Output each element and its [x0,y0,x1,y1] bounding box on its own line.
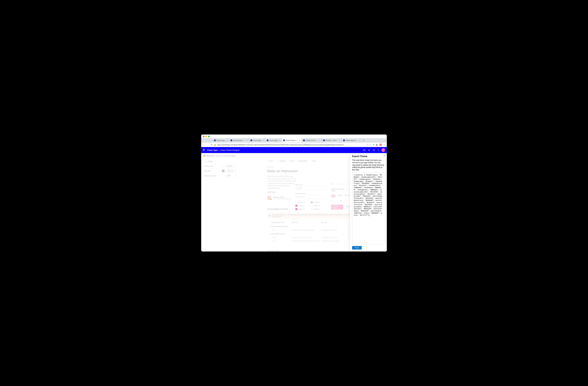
browser-tab[interactable]: Power Apps Review Tool -× [342,138,362,142]
bg-color-label: Background color [204,175,220,177]
select-dropdown[interactable]: Content⌄ [295,186,327,190]
text-swatch[interactable] [222,170,225,172]
user-avatar[interactable] [381,148,385,152]
browser-tab[interactable]: Creator Kit Control Referen× [302,138,322,142]
address-bar: ← → ⟳ 🔒 apps.powerapps.com/play/2f6b0e93… [201,142,387,147]
powerapps-icon [303,139,305,141]
radio-3[interactable]: Option 3 [311,208,320,210]
error-icon: ✕ [269,215,271,216]
close-icon[interactable]: ✕ [383,154,385,157]
close-icon[interactable]: × [263,139,264,141]
profile-avatar[interactable] [379,143,382,146]
primary-color-label: Primary color [204,165,220,167]
chevron-down-icon: ⌄ [267,233,270,235]
upload-button[interactable]: ↥Upload [278,160,285,162]
text-hex-input[interactable]: #323130 [226,169,236,173]
plus-icon: ＋ [267,160,269,162]
browser-tab[interactable]: Reviews - Power Apps× [322,138,342,142]
forward-icon[interactable]: → [207,143,210,146]
more-button[interactable]: ⋯More [310,160,316,162]
radio-1[interactable]: Option 1 [311,201,320,203]
browser-tab[interactable]: Power Apps× [213,138,229,142]
tab-label: Power Apps Review Tool - [346,139,358,141]
tab-list-button[interactable]: ⌄ [382,139,387,141]
download-icon[interactable] [368,149,370,151]
primary-swatch[interactable] [222,165,225,168]
bg-swatch[interactable] [222,174,225,177]
settings-icon[interactable] [373,149,375,151]
browser-tab[interactable]: Code Review Tool Experim× [229,138,249,142]
star-icon[interactable]: ☆ [370,144,372,146]
extensions-icon[interactable]: ✦ [373,144,375,146]
close-icon[interactable]: × [319,139,320,141]
reload-icon[interactable]: ⟳ [211,144,212,146]
primary-hex-input[interactable]: #f00e4a [226,164,236,168]
chrome-menu-icon[interactable]: ⋮ [383,144,385,146]
lock-icon[interactable]: 🔒 [214,144,216,146]
browser-tab-active[interactable]: Fluent Theme Designer - P× [282,138,302,142]
table-header: Contrast ratio: AA Color pair Slot pair [267,220,357,224]
help-icon[interactable]: ? [378,149,379,151]
new-tab-button[interactable]: + [362,139,366,142]
app-title: Power Apps | Fluent Theme Designer [207,149,240,151]
close-button[interactable]: Close [352,246,362,250]
slider[interactable] [331,184,350,184]
export-theme-panel: ✕ Export Theme This code block creates t… [350,153,387,251]
checkbox-3[interactable]: ✓Option 3 [295,208,305,210]
tab-home[interactable]: Home [331,194,335,197]
text-input[interactable]: Placeholder [295,195,327,199]
window-close-dot[interactable] [203,136,205,137]
tab-pages[interactable]: Pages [338,194,342,197]
powerapps-icon [283,139,285,141]
svg-point-1 [374,150,374,150]
powerapps-icon [266,139,269,141]
avatar: CE [267,196,272,200]
browser-tab[interactable]: Power Apps× [265,138,282,142]
window-max-dot[interactable] [208,136,210,137]
close-icon[interactable]: × [299,139,300,141]
upload-icon: ↥ [278,160,279,162]
fullscreen-icon[interactable] [363,149,365,151]
panel-title: Export Theme [352,155,384,158]
close-icon[interactable]: × [227,139,228,141]
slider-thumb[interactable] [331,183,333,185]
sparkle-icon: ✱ [340,200,342,202]
download-button[interactable]: ↧Download [297,160,307,162]
chevron-down-icon: ⌄ [273,160,275,162]
group-non-accessible[interactable]: ⌄Non accessible pairs (1) [267,224,357,228]
checkbox-2[interactable]: ✓Option 2 [295,205,305,207]
preview-tabs: Home Pages Document [331,194,353,197]
back-icon[interactable]: ← [203,143,205,146]
waffle-icon[interactable] [203,149,205,151]
browser-tab[interactable]: Power Apps× [249,138,265,142]
browser-tab-strip: Power Apps× Code Review Tool Experim× Po… [201,138,387,142]
chevron-down-icon: ⌄ [324,187,326,189]
checkbox-1[interactable]: Option 1 [295,201,305,203]
close-icon[interactable]: × [359,139,360,141]
code-block[interactable]: { palette: { themePrimary: "#f00e4a", th… [352,173,384,244]
primary-button[interactable]: Primary button [331,205,343,210]
close-icon[interactable]: × [279,139,280,141]
new-button[interactable]: ＋New⌄ [267,160,275,162]
tab-label: Power Apps [253,139,261,141]
select-label: Select one [295,184,327,186]
persona-title: Senior Researcher at Contoso [273,198,292,200]
radio-2[interactable]: Option 2 [311,205,320,207]
account-icon[interactable]: ◧ [376,144,378,146]
window-min-dot[interactable] [206,136,207,137]
group-accessible[interactable]: ⌄Accessible pairs (2) [267,232,357,236]
powerapps-icon [323,139,325,141]
chevron-down-icon: ⌄ [267,226,270,227]
close-icon[interactable]: × [247,139,248,141]
tab-label: Code Review Tool Experim [233,139,245,141]
share-icon[interactable]: ⤴ [367,144,368,146]
right-preview: Toggle for disabled states Home Pages Do… [331,184,353,210]
url-text[interactable]: apps.powerapps.com/play/2f6b0e93-7676-40… [217,144,366,146]
brand-text: Microsoft [206,155,214,157]
section-head: Color [204,160,236,163]
microsoft-logo-icon [204,155,206,157]
close-icon[interactable]: × [339,139,340,141]
share-button[interactable]: ↗Share [288,160,295,162]
bg-hex-input[interactable]: #ffffff [226,174,236,177]
table-row: 12.98Text color on Background colorneutr… [267,236,357,239]
